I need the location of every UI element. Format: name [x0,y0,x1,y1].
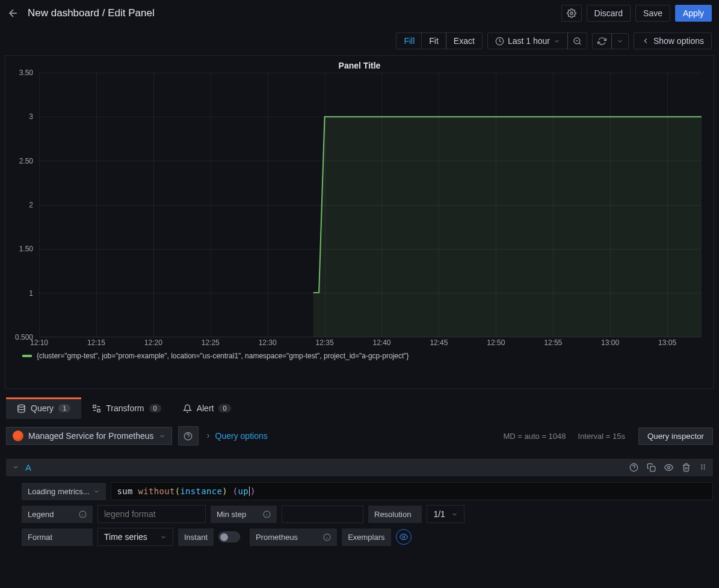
eye-icon[interactable] [664,463,673,472]
resolution-value: 1/1 [433,509,445,519]
refresh-interval-button[interactable] [611,33,629,49]
x-tick: 13:05 [658,338,676,347]
svg-point-15 [701,466,702,467]
chevron-down-icon [554,38,560,44]
exemplars-label: Exemplars [342,528,390,546]
y-axis: 0.50011.5022.5033.50 [13,73,37,337]
exemplars-toggle[interactable] [396,529,412,545]
gear-icon [567,8,576,18]
format-value: Time series [104,532,147,542]
y-tick: 2 [29,201,33,209]
discard-button[interactable]: Discard [587,5,631,22]
exact-button[interactable]: Exact [446,32,483,49]
duplicate-icon[interactable] [647,463,656,472]
svg-point-18 [704,466,705,467]
legend: {cluster="gmp-test", job="prom-example",… [13,349,706,360]
legend-input[interactable] [97,505,206,523]
chart: 0.50011.5022.5033.50 [39,73,702,337]
minstep-input[interactable] [282,506,363,523]
svg-point-29 [403,536,405,538]
clock-icon [495,37,504,46]
save-button[interactable]: Save [635,5,670,22]
show-options-label: Show options [653,36,704,46]
x-tick: 12:25 [202,338,220,347]
time-picker-group: Last 1 hour [487,32,587,49]
svg-line-3 [579,43,581,44]
svg-point-13 [668,467,670,469]
y-tick: 3.50 [19,69,33,77]
query-header[interactable]: A [6,459,713,476]
x-tick: 12:30 [259,338,277,347]
svg-point-17 [704,464,705,465]
refresh-button[interactable] [592,33,612,49]
show-options-button[interactable]: Show options [634,32,712,49]
help-icon [184,432,193,441]
svg-point-5 [18,405,25,407]
x-tick: 12:15 [87,338,105,347]
plot-area [39,73,702,337]
instant-label: Instant [178,528,214,546]
md-info: MD = auto = 1048 [503,432,566,441]
resolution-label: Resolution [368,506,422,523]
query-options-label: Query options [215,431,268,441]
x-axis: 12:1012:1512:2012:2512:3012:3512:4012:45… [39,337,702,349]
chevron-right-icon [205,432,212,439]
x-tick: 12:35 [316,338,334,347]
x-tick: 13:00 [601,338,619,347]
x-tick: 12:45 [430,338,448,347]
drag-handle-icon[interactable] [699,463,707,471]
panel-toolbar: Fill Fit Exact Last 1 hour Show options [0,26,719,55]
trash-icon[interactable] [682,463,691,472]
chevron-left-icon [641,37,650,45]
query-letter: A [25,462,31,473]
x-tick: 12:10 [30,338,48,347]
chevron-down-icon [617,38,623,44]
breadcrumb: New dashboard / Edit Panel [28,7,155,19]
back-arrow-icon[interactable] [7,7,19,19]
query-expression-input[interactable]: sum without(instance) (up) [111,482,713,500]
format-select[interactable]: Time series [97,528,173,546]
tab-alert-count: 0 [218,404,230,412]
datasource-picker[interactable]: Managed Service for Prometheus [6,427,172,445]
y-tick: 3 [29,112,33,121]
instant-toggle[interactable] [218,531,240,542]
datasource-row: Managed Service for Prometheus Query opt… [0,419,719,449]
time-range-button[interactable]: Last 1 hour [487,32,568,49]
tab-transform[interactable]: Transform 0 [81,397,171,419]
svg-point-16 [701,468,702,470]
panel-area: Panel Title 0.50011.5022.5033.50 12:1012… [5,55,714,389]
time-range-label: Last 1 hour [508,36,550,46]
svg-point-0 [570,12,573,14]
query-options-toggle[interactable]: Query options [205,431,268,441]
panel-title: Panel Title [13,61,706,73]
metrics-browser-button[interactable]: Loading metrics... [22,483,106,500]
tab-transform-count: 0 [149,404,161,412]
refresh-group [592,33,629,49]
interval-info: Interval = 15s [578,432,625,441]
apply-button[interactable]: Apply [675,5,712,22]
settings-button[interactable] [561,5,582,22]
chevron-down-icon [93,488,100,495]
datasource-help-button[interactable] [178,426,199,446]
tab-transform-label: Transform [106,403,144,413]
info-icon [79,510,87,518]
tab-query[interactable]: Query 1 [6,397,81,419]
collapse-icon[interactable] [12,463,19,473]
zoom-out-button[interactable] [567,32,587,49]
prometheus-label: Prometheus [250,528,337,546]
query-inspector-button[interactable]: Query inspector [638,427,713,445]
chevron-down-icon [451,511,458,518]
y-tick: 1.50 [19,245,33,253]
header-bar: New dashboard / Edit Panel Discard Save … [0,0,719,26]
legend-swatch [22,355,32,357]
fill-button[interactable]: Fill [396,32,422,49]
resolution-select[interactable]: 1/1 [427,505,464,523]
tab-alert-label: Alert [197,403,214,413]
x-tick: 12:50 [487,338,505,347]
x-tick: 12:55 [544,338,562,347]
fit-button[interactable]: Fit [421,32,446,49]
help-icon[interactable] [629,463,638,472]
tab-alert[interactable]: Alert 0 [172,397,242,419]
metrics-browser-label: Loading metrics... [28,487,90,496]
refresh-icon [597,37,606,46]
